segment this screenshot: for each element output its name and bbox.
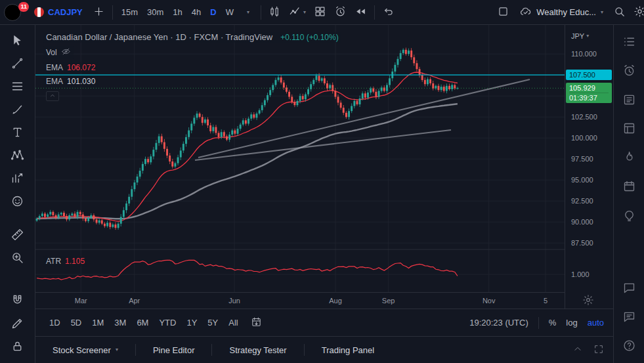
fib-retracement-icon: [11, 79, 24, 93]
range-bar-right: 19:20:23 (UTC) % log auto: [469, 317, 604, 329]
tool-forecast-button[interactable]: [6, 168, 30, 188]
panel-controls: [572, 344, 613, 356]
tool-emoji-button[interactable]: [6, 191, 30, 211]
tool-brush-button[interactable]: [6, 99, 30, 119]
tool-cursor-button[interactable]: [6, 30, 30, 51]
sidebar-data-window-button[interactable]: [620, 119, 638, 137]
log-scale-button[interactable]: log: [566, 318, 577, 328]
chevron-down-icon: ▾: [247, 10, 249, 15]
drawing-toolbar: [0, 25, 35, 363]
tool-xabcd-pattern-button[interactable]: [6, 145, 30, 165]
indicators-button[interactable]: ▾: [286, 3, 309, 22]
interval-1h-button[interactable]: 1h: [168, 3, 186, 22]
tabs-group: Stock Screener▾Pine EditorStrategy Teste…: [35, 337, 391, 363]
chart-type-button[interactable]: [265, 3, 284, 22]
undo-button[interactable]: [379, 3, 398, 22]
plus-icon: [93, 5, 105, 18]
volume-legend-row[interactable]: Vol: [43, 46, 74, 59]
tab-trading-panel[interactable]: Trading Panel: [305, 337, 391, 363]
tool-text-button[interactable]: [6, 122, 30, 142]
symbol-legend-row[interactable]: Canadian Dollar / Japanese Yen · 1D · FX…: [43, 32, 341, 43]
sidebar-hotlists-button[interactable]: [620, 148, 638, 165]
candles-icon-slot: [268, 5, 281, 20]
chart-title: Canadian Dollar / Japanese Yen · 1D · FX…: [46, 32, 272, 42]
legend-collapse-button[interactable]: [46, 91, 59, 101]
price-axis-currency[interactable]: JPY ▾: [571, 32, 589, 40]
candles-icon: [268, 5, 281, 18]
panel-maximize-button[interactable]: [593, 344, 604, 356]
tab-stock-screener[interactable]: Stock Screener▾: [35, 337, 135, 363]
notification-badge[interactable]: 11: [18, 2, 29, 12]
ema-fast-label: EMA: [46, 63, 63, 72]
percent-scale-button[interactable]: %: [549, 318, 557, 328]
range-6m-button[interactable]: 6M: [132, 315, 153, 330]
price-tick: 87.500: [571, 239, 593, 247]
tool-zoom-button[interactable]: [6, 247, 30, 268]
interval-w-button[interactable]: W: [221, 3, 238, 22]
atr-label: ATR: [46, 257, 61, 266]
range-ytd-button[interactable]: YTD: [154, 315, 181, 330]
sidebar-news-button[interactable]: [620, 91, 638, 108]
sidebar-public-chat-button[interactable]: [620, 308, 638, 325]
range-all-button[interactable]: All: [224, 315, 242, 330]
sidebar-watchlist-button[interactable]: [620, 33, 638, 50]
tool-lock-button[interactable]: [6, 336, 30, 356]
interval-dropdown-button[interactable]: ▾: [240, 3, 257, 22]
interval-30m-button[interactable]: 30m: [142, 3, 168, 22]
interval-15m-button[interactable]: 15m: [117, 3, 142, 22]
tool-ruler-button[interactable]: [6, 224, 30, 245]
clock-utc[interactable]: 19:20:23 (UTC): [469, 318, 528, 328]
range-5y-button[interactable]: 5Y: [203, 315, 223, 330]
chevron-up-icon-slot: [49, 91, 56, 101]
chart-area: Canadian Dollar / Japanese Yen · 1D · FX…: [35, 25, 613, 309]
time-tick: Sep: [382, 297, 395, 305]
interval-4h-button[interactable]: 4h: [187, 3, 205, 22]
symbol-search-button[interactable]: CADJPY: [29, 3, 88, 22]
indicators-icon: [289, 5, 301, 18]
sidebar-help-button[interactable]: [620, 337, 638, 354]
range-1d-button[interactable]: 1D: [45, 315, 65, 330]
select-layout-button[interactable]: [494, 3, 513, 22]
bar-replay-button[interactable]: [351, 3, 370, 22]
time-axis-settings-button[interactable]: [582, 294, 594, 306]
range-5d-button[interactable]: 5D: [66, 315, 87, 330]
interval-d-button[interactable]: D: [205, 3, 221, 22]
magnet-icon: [11, 293, 24, 307]
range-bar: 1D5D1M3M6MYTD1Y5YAll 19:20:23 (UTC) % lo…: [35, 309, 613, 336]
ema-slow-label: EMA: [46, 77, 63, 86]
time-axis[interactable]: MarAprJunAugSepNov5: [35, 292, 565, 309]
ema-fast-legend-row[interactable]: EMA 106.072: [43, 62, 98, 73]
sidebar-ideas-button[interactable]: [620, 206, 638, 223]
level-price-label: 107.500: [566, 70, 612, 80]
alarm-icon-slot: [334, 5, 347, 20]
range-3m-button[interactable]: 3M: [110, 315, 131, 330]
tab-pine-editor[interactable]: Pine Editor: [136, 337, 212, 363]
tab-strategy-tester[interactable]: Strategy Tester: [212, 337, 303, 363]
settings-button[interactable]: [630, 3, 644, 22]
tool-fib-retracement-button[interactable]: [6, 76, 30, 96]
tool-edit-button[interactable]: [6, 313, 30, 333]
auto-scale-button[interactable]: auto: [588, 318, 604, 328]
ema-slow-legend-row[interactable]: EMA 101.030: [43, 76, 98, 87]
sidebar-calendar-button[interactable]: [620, 177, 638, 194]
undo-icon: [382, 5, 395, 18]
create-alert-button[interactable]: [331, 3, 350, 22]
compare-add-button[interactable]: [89, 3, 108, 22]
atr-legend-row[interactable]: ATR 1.105: [43, 256, 87, 267]
tool-magnet-button[interactable]: [6, 290, 30, 310]
sidebar-chat-button[interactable]: [620, 279, 638, 296]
panel-collapse-button[interactable]: [572, 344, 583, 356]
range-1y-button[interactable]: 1Y: [182, 315, 202, 330]
emoji-icon: [11, 194, 24, 208]
tool-trend-line-button[interactable]: [6, 53, 30, 74]
sidebar-alerts-button[interactable]: [620, 62, 638, 79]
text-icon: [11, 125, 24, 139]
user-menu-button[interactable]: 11: [4, 3, 28, 22]
cloud-save-menu[interactable]: Wealthy Educ... ▾: [514, 3, 609, 22]
range-1m-button[interactable]: 1M: [87, 315, 108, 330]
layout-templates-button[interactable]: [311, 3, 330, 22]
search-button[interactable]: [610, 3, 629, 22]
price-axis[interactable]: JPY ▾110.000107.500102.500100.00097.5009…: [565, 25, 613, 309]
goto-date-button[interactable]: [251, 316, 262, 330]
indicators-icon-slot: [289, 5, 301, 20]
